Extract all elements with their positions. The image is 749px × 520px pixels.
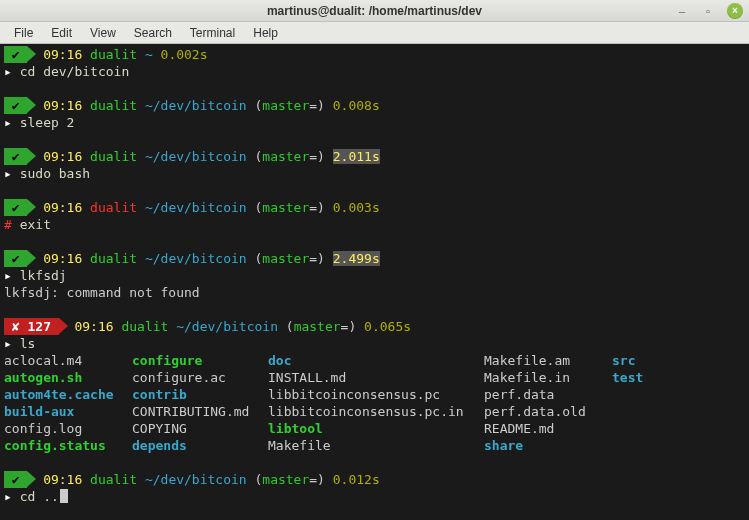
host: dualit: [121, 319, 168, 334]
status-ok: ✔: [4, 471, 27, 488]
command-input[interactable]: sudo bash: [20, 166, 90, 181]
ls-cell: autom4te.cache: [4, 386, 132, 403]
minimize-button[interactable]: –: [675, 4, 689, 18]
command-input[interactable]: cd dev/bitcoin: [20, 64, 130, 79]
time: 09:16: [43, 200, 82, 215]
window-controls: – ▫ ×: [675, 3, 743, 19]
duration: 2.499s: [333, 251, 380, 266]
time: 09:16: [43, 149, 82, 164]
menu-view[interactable]: View: [82, 24, 124, 42]
command-input[interactable]: ls: [20, 336, 36, 351]
menu-file[interactable]: File: [6, 24, 41, 42]
menu-edit[interactable]: Edit: [43, 24, 80, 42]
command-input[interactable]: cd ..: [20, 489, 59, 504]
status-ok: ✔: [4, 46, 27, 63]
ls-cell: depends: [132, 437, 268, 454]
ls-cell: Makefile.in: [484, 369, 612, 386]
prompt-symbol: ▸: [4, 489, 12, 504]
ls-cell: configure: [132, 352, 268, 369]
terminal-window: martinus@dualit: /home/martinus/dev – ▫ …: [0, 0, 749, 520]
ls-cell: aclocal.m4: [4, 352, 132, 369]
status-ok: ✔: [4, 199, 27, 216]
host: dualit: [90, 251, 137, 266]
status-err: ✘ 127: [4, 318, 59, 335]
terminal-content[interactable]: ✔ 09:16 dualit ~ 0.002s ▸ cd dev/bitcoin…: [0, 44, 749, 520]
ls-cell: Makefile: [268, 437, 484, 454]
ls-cell: configure.ac: [132, 369, 268, 386]
ls-cell: share: [484, 437, 612, 454]
path: ~/dev/bitcoin: [145, 98, 247, 113]
ls-cell: libbitcoinconsensus.pc: [268, 386, 484, 403]
menu-help[interactable]: Help: [245, 24, 286, 42]
ls-cell: autogen.sh: [4, 369, 132, 386]
ls-cell: src: [612, 352, 635, 369]
ls-cell: perf.data.old: [484, 403, 612, 420]
ls-cell: INSTALL.md: [268, 369, 484, 386]
git-branch: master: [262, 149, 309, 164]
status-ok: ✔: [4, 97, 27, 114]
host: dualit: [90, 47, 137, 62]
output-line: lkfsdj: command not found: [4, 285, 200, 300]
menu-search[interactable]: Search: [126, 24, 180, 42]
ls-cell: Makefile.am: [484, 352, 612, 369]
duration: 0.008s: [333, 98, 380, 113]
ls-cell: contrib: [132, 386, 268, 403]
duration: 0.002s: [161, 47, 208, 62]
ls-cell: build-aux: [4, 403, 132, 420]
time: 09:16: [43, 98, 82, 113]
git-branch: master: [294, 319, 341, 334]
prompt-symbol: ▸: [4, 166, 12, 181]
command-input[interactable]: sleep 2: [20, 115, 75, 130]
command-input[interactable]: exit: [20, 217, 51, 232]
path: ~/dev/bitcoin: [145, 472, 247, 487]
host: dualit: [90, 98, 137, 113]
menubar: FileEditViewSearchTerminalHelp: [0, 22, 749, 44]
path: ~/dev/bitcoin: [145, 149, 247, 164]
duration: 2.011s: [333, 149, 380, 164]
menu-terminal[interactable]: Terminal: [182, 24, 243, 42]
path: ~/dev/bitcoin: [145, 251, 247, 266]
titlebar: martinus@dualit: /home/martinus/dev – ▫ …: [0, 0, 749, 22]
status-ok: ✔: [4, 148, 27, 165]
time: 09:16: [74, 319, 113, 334]
ls-cell: libtool: [268, 420, 484, 437]
git-branch: master: [262, 200, 309, 215]
ls-cell: COPYING: [132, 420, 268, 437]
duration: 0.003s: [333, 200, 380, 215]
cursor: [60, 489, 68, 503]
status-ok: ✔: [4, 250, 27, 267]
ls-cell: config.status: [4, 437, 132, 454]
prompt-symbol: ▸: [4, 64, 12, 79]
path: ~/dev/bitcoin: [176, 319, 278, 334]
maximize-button[interactable]: ▫: [701, 4, 715, 18]
duration: 0.065s: [364, 319, 411, 334]
ls-cell: libbitcoinconsensus.pc.in: [268, 403, 484, 420]
prompt-symbol: #: [4, 217, 12, 232]
prompt-symbol: ▸: [4, 336, 12, 351]
ls-cell: perf.data: [484, 386, 612, 403]
window-title: martinus@dualit: /home/martinus/dev: [267, 4, 482, 18]
prompt-symbol: ▸: [4, 268, 12, 283]
duration: 0.012s: [333, 472, 380, 487]
ls-cell: doc: [268, 352, 484, 369]
git-branch: master: [262, 251, 309, 266]
host: dualit: [90, 472, 137, 487]
ls-cell: test: [612, 369, 643, 386]
time: 09:16: [43, 251, 82, 266]
command-input[interactable]: lkfsdj: [20, 268, 67, 283]
ls-cell: README.md: [484, 420, 612, 437]
time: 09:16: [43, 47, 82, 62]
path: ~: [145, 47, 153, 62]
host: dualit: [90, 149, 137, 164]
time: 09:16: [43, 472, 82, 487]
prompt-symbol: ▸: [4, 115, 12, 130]
close-button[interactable]: ×: [727, 3, 743, 19]
host: dualit: [90, 200, 137, 215]
path: ~/dev/bitcoin: [145, 200, 247, 215]
ls-cell: config.log: [4, 420, 132, 437]
ls-cell: CONTRIBUTING.md: [132, 403, 268, 420]
git-branch: master: [262, 98, 309, 113]
git-branch: master: [262, 472, 309, 487]
